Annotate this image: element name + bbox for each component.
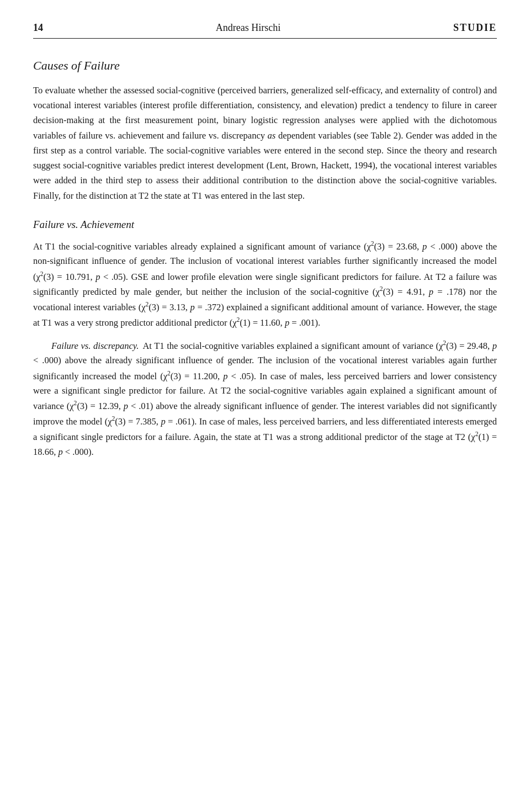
page-number: 14 xyxy=(33,22,43,34)
keyword-as: as xyxy=(268,130,276,141)
section-causes-of-failure: Causes of Failure To evaluate whether th… xyxy=(33,59,497,203)
page: 14 Andreas Hirschi STUDIE Causes of Fail… xyxy=(0,0,530,812)
section2-paragraph1: At T1 the social-cognitive variables alr… xyxy=(33,238,497,330)
section-failure-vs-achievement: Failure vs. Achievement At T1 the social… xyxy=(33,219,497,459)
section2-paragraph2: Failure vs. discrepancy. At T1 the socia… xyxy=(33,338,497,459)
section2-title: Failure vs. Achievement xyxy=(33,219,497,231)
section1-title: Causes of Failure xyxy=(33,59,497,73)
header-journal: STUDIE xyxy=(453,22,497,34)
header-title: Andreas Hirschi xyxy=(216,22,280,34)
subsection-label-discrepancy: Failure vs. discrepancy. xyxy=(51,340,139,351)
section1-paragraph1: To evaluate whether the assessed social-… xyxy=(33,83,497,203)
page-header: 14 Andreas Hirschi STUDIE xyxy=(33,22,497,39)
